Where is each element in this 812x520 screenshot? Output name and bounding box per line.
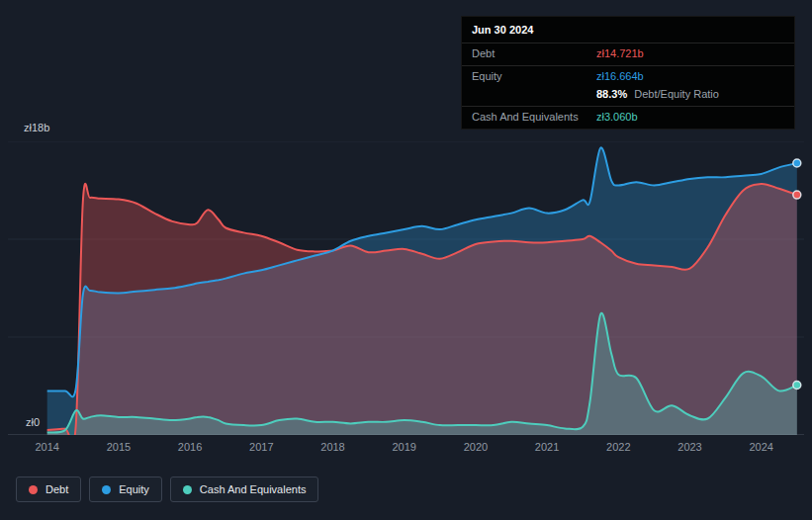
tooltip-debt-value: zł14.721b [596,47,784,60]
x-tick-label: 2022 [606,441,630,453]
cash-endpoint-marker [793,382,801,390]
tooltip-equity-row: Equity zł16.664b [462,65,794,88]
x-axis: 2014201520162017201820192020202120222023… [8,441,804,457]
tooltip-ratio-label: Debt/Equity Ratio [634,88,719,100]
legend-cash-label: Cash And Equivalents [200,483,307,495]
legend-item-debt[interactable]: Debt [16,477,81,502]
x-tick-label: 2014 [35,441,58,453]
tooltip-cash-value: zł3.060b [596,111,784,124]
legend-equity-label: Equity [119,483,149,495]
x-tick-label: 2020 [464,441,488,453]
x-tick-label: 2017 [249,441,273,453]
tooltip-ratio-row: 88.3% Debt/Equity Ratio [462,88,794,106]
debt-equity-area-chart[interactable] [8,141,804,435]
tooltip-debt-label: Debt [472,47,596,60]
chart-legend: Debt Equity Cash And Equivalents [16,477,318,502]
tooltip-equity-value: zł16.664b [596,70,784,83]
x-tick-label: 2016 [178,441,202,453]
tooltip-debt-row: Debt zł14.721b [462,43,794,65]
y-axis-max-label: zł18b [24,122,49,133]
equity-color-dot [102,485,111,494]
tooltip-cash-label: Cash And Equivalents [472,111,596,124]
chart-tooltip: Jun 30 2024 Debt zł14.721b Equity zł16.6… [461,16,795,130]
tooltip-ratio-value: 88.3% [596,88,627,100]
tooltip-date: Jun 30 2024 [462,17,794,43]
legend-debt-label: Debt [45,483,68,495]
debt-color-dot [29,485,38,494]
chart-svg [8,141,804,435]
cash-color-dot [183,485,192,494]
tooltip-cash-row: Cash And Equivalents zł3.060b [462,106,794,129]
legend-item-cash[interactable]: Cash And Equivalents [170,477,319,502]
x-tick-label: 2024 [749,441,772,453]
debt-endpoint-marker [793,191,801,199]
x-tick-label: 2018 [320,441,344,453]
equity-endpoint-marker [793,159,801,167]
x-tick-label: 2019 [392,441,415,453]
x-tick-label: 2021 [535,441,559,453]
x-tick-label: 2023 [677,441,701,453]
tooltip-equity-label: Equity [472,70,596,83]
x-tick-label: 2015 [107,441,131,453]
legend-item-equity[interactable]: Equity [89,477,162,502]
